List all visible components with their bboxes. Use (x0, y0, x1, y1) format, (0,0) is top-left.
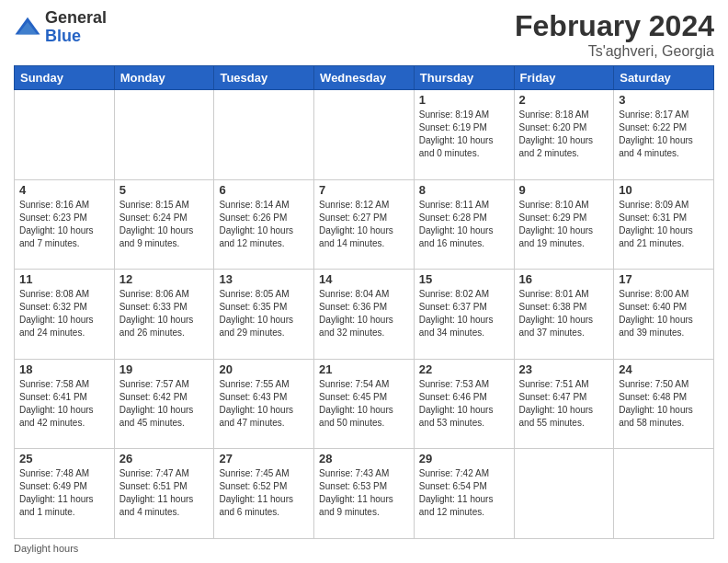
day-info: Sunrise: 8:11 AMSunset: 6:28 PMDaylight:… (419, 199, 509, 250)
month-title: February 2024 (515, 9, 714, 43)
day-info: Sunrise: 8:08 AMSunset: 6:32 PMDaylight:… (19, 288, 109, 339)
day-info: Sunrise: 7:50 AMSunset: 6:48 PMDaylight:… (619, 378, 709, 430)
day-info: Sunrise: 8:09 AMSunset: 6:31 PMDaylight:… (619, 199, 709, 250)
day-number: 11 (19, 272, 109, 286)
week-row-4: 18Sunrise: 7:58 AMSunset: 6:41 PMDayligh… (15, 359, 714, 449)
day-number: 27 (219, 452, 309, 465)
day-number: 19 (119, 362, 210, 376)
day-cell: 23Sunrise: 7:51 AMSunset: 6:47 PMDayligh… (514, 359, 614, 449)
location: Ts'aghveri, Georgia (515, 43, 714, 60)
logo-icon (14, 14, 41, 41)
calendar-table: SundayMondayTuesdayWednesdayThursdayFrid… (14, 65, 714, 539)
weekday-header-saturday: Saturday (614, 66, 714, 90)
week-row-1: 1Sunrise: 8:19 AMSunset: 6:19 PMDaylight… (15, 90, 714, 180)
day-number: 10 (619, 183, 709, 197)
day-cell: 9Sunrise: 8:10 AMSunset: 6:29 PMDaylight… (514, 179, 614, 270)
day-cell: 7Sunrise: 8:12 AMSunset: 6:27 PMDaylight… (314, 179, 415, 270)
day-number: 15 (419, 272, 509, 286)
day-cell (314, 90, 415, 180)
weekday-header-sunday: Sunday (15, 66, 115, 90)
day-number: 18 (19, 362, 109, 376)
day-cell: 11Sunrise: 8:08 AMSunset: 6:32 PMDayligh… (15, 270, 115, 360)
day-info: Sunrise: 7:47 AMSunset: 6:51 PMDaylight:… (119, 467, 210, 519)
day-cell (114, 90, 214, 180)
day-number: 23 (519, 362, 609, 376)
day-number: 5 (119, 183, 210, 197)
day-cell (15, 90, 115, 180)
day-cell: 1Sunrise: 8:19 AMSunset: 6:19 PMDaylight… (414, 90, 514, 180)
weekday-header-tuesday: Tuesday (214, 66, 314, 90)
day-cell: 5Sunrise: 8:15 AMSunset: 6:24 PMDaylight… (114, 179, 214, 270)
day-number: 16 (519, 272, 609, 286)
day-cell: 29Sunrise: 7:42 AMSunset: 6:54 PMDayligh… (414, 449, 514, 539)
day-number: 25 (19, 452, 109, 465)
day-info: Sunrise: 8:17 AMSunset: 6:22 PMDaylight:… (619, 109, 709, 160)
day-cell (614, 449, 714, 539)
day-number: 20 (219, 362, 309, 376)
day-info: Sunrise: 8:14 AMSunset: 6:26 PMDaylight:… (219, 199, 309, 250)
day-cell: 28Sunrise: 7:43 AMSunset: 6:53 PMDayligh… (314, 449, 415, 539)
weekday-header-friday: Friday (514, 66, 614, 90)
day-info: Sunrise: 7:58 AMSunset: 6:41 PMDaylight:… (19, 378, 109, 430)
day-number: 28 (319, 452, 409, 465)
day-cell: 22Sunrise: 7:53 AMSunset: 6:46 PMDayligh… (414, 359, 514, 449)
page: General Blue February 2024 Ts'aghveri, G… (0, 0, 728, 563)
day-info: Sunrise: 8:15 AMSunset: 6:24 PMDaylight:… (119, 199, 210, 250)
day-info: Sunrise: 7:54 AMSunset: 6:45 PMDaylight:… (319, 378, 409, 430)
day-cell: 24Sunrise: 7:50 AMSunset: 6:48 PMDayligh… (614, 359, 714, 449)
day-info: Sunrise: 8:06 AMSunset: 6:33 PMDaylight:… (119, 288, 210, 339)
day-number: 24 (619, 362, 709, 376)
day-number: 7 (319, 183, 409, 197)
day-info: Sunrise: 8:01 AMSunset: 6:38 PMDaylight:… (519, 288, 609, 339)
week-row-5: 25Sunrise: 7:48 AMSunset: 6:49 PMDayligh… (15, 449, 714, 539)
day-cell: 2Sunrise: 8:18 AMSunset: 6:20 PMDaylight… (514, 90, 614, 180)
day-number: 14 (319, 272, 409, 286)
day-cell (514, 449, 614, 539)
day-cell: 3Sunrise: 8:17 AMSunset: 6:22 PMDaylight… (614, 90, 714, 180)
week-row-3: 11Sunrise: 8:08 AMSunset: 6:32 PMDayligh… (15, 270, 714, 360)
day-number: 12 (119, 272, 210, 286)
logo: General Blue (14, 9, 107, 46)
day-info: Sunrise: 8:18 AMSunset: 6:20 PMDaylight:… (519, 109, 609, 160)
weekday-header-thursday: Thursday (414, 66, 514, 90)
weekday-header-monday: Monday (114, 66, 214, 90)
day-cell: 19Sunrise: 7:57 AMSunset: 6:42 PMDayligh… (114, 359, 214, 449)
day-info: Sunrise: 7:51 AMSunset: 6:47 PMDaylight:… (519, 378, 609, 430)
day-info: Sunrise: 8:19 AMSunset: 6:19 PMDaylight:… (419, 109, 509, 160)
logo-blue: Blue (45, 28, 107, 46)
day-info: Sunrise: 8:12 AMSunset: 6:27 PMDaylight:… (319, 199, 409, 250)
day-info: Sunrise: 8:05 AMSunset: 6:35 PMDaylight:… (219, 288, 309, 339)
day-number: 22 (419, 362, 509, 376)
day-info: Sunrise: 7:42 AMSunset: 6:54 PMDaylight:… (419, 467, 509, 519)
day-cell: 27Sunrise: 7:45 AMSunset: 6:52 PMDayligh… (214, 449, 314, 539)
day-cell: 16Sunrise: 8:01 AMSunset: 6:38 PMDayligh… (514, 270, 614, 360)
day-number: 9 (519, 183, 609, 197)
day-cell: 10Sunrise: 8:09 AMSunset: 6:31 PMDayligh… (614, 179, 714, 270)
day-number: 2 (519, 93, 609, 107)
day-cell: 6Sunrise: 8:14 AMSunset: 6:26 PMDaylight… (214, 179, 314, 270)
header: General Blue February 2024 Ts'aghveri, G… (14, 9, 714, 60)
day-number: 21 (319, 362, 409, 376)
day-info: Sunrise: 8:00 AMSunset: 6:40 PMDaylight:… (619, 288, 709, 339)
day-cell: 20Sunrise: 7:55 AMSunset: 6:43 PMDayligh… (214, 359, 314, 449)
day-info: Sunrise: 8:16 AMSunset: 6:23 PMDaylight:… (19, 199, 109, 250)
day-number: 17 (619, 272, 709, 286)
day-number: 6 (219, 183, 309, 197)
day-cell: 15Sunrise: 8:02 AMSunset: 6:37 PMDayligh… (414, 270, 514, 360)
weekday-header-wednesday: Wednesday (314, 66, 415, 90)
day-number: 29 (419, 452, 509, 465)
day-cell: 26Sunrise: 7:47 AMSunset: 6:51 PMDayligh… (114, 449, 214, 539)
day-number: 8 (419, 183, 509, 197)
day-info: Sunrise: 7:53 AMSunset: 6:46 PMDaylight:… (419, 378, 509, 430)
day-cell: 25Sunrise: 7:48 AMSunset: 6:49 PMDayligh… (15, 449, 115, 539)
logo-text: General Blue (45, 9, 107, 46)
day-info: Sunrise: 7:55 AMSunset: 6:43 PMDaylight:… (219, 378, 309, 430)
day-info: Sunrise: 7:43 AMSunset: 6:53 PMDaylight:… (319, 467, 409, 519)
day-info: Sunrise: 7:57 AMSunset: 6:42 PMDaylight:… (119, 378, 210, 430)
day-cell: 8Sunrise: 8:11 AMSunset: 6:28 PMDaylight… (414, 179, 514, 270)
day-info: Sunrise: 8:04 AMSunset: 6:36 PMDaylight:… (319, 288, 409, 339)
day-cell: 17Sunrise: 8:00 AMSunset: 6:40 PMDayligh… (614, 270, 714, 360)
day-info: Sunrise: 7:45 AMSunset: 6:52 PMDaylight:… (219, 467, 309, 519)
day-cell (214, 90, 314, 180)
day-cell: 21Sunrise: 7:54 AMSunset: 6:45 PMDayligh… (314, 359, 415, 449)
